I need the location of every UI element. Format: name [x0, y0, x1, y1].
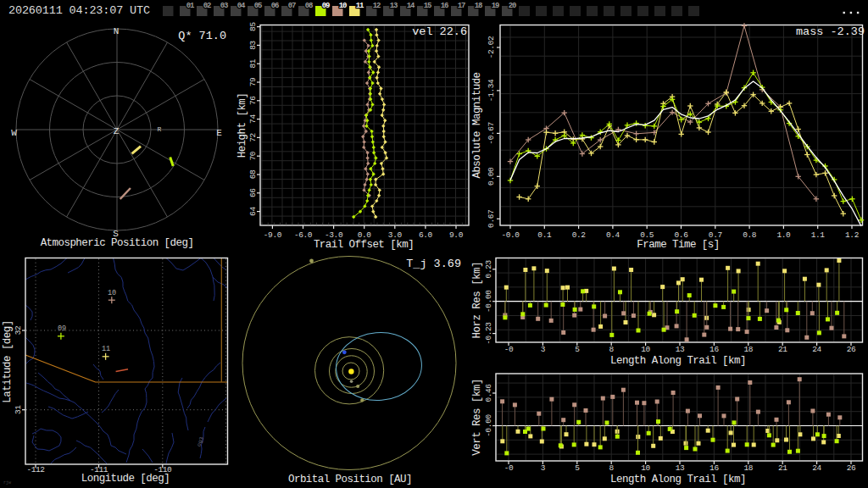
svg-text:15: 15: [424, 2, 431, 10]
svg-text:3: 3: [541, 463, 546, 473]
svg-text:10: 10: [339, 2, 347, 10]
svg-text:02: 02: [203, 2, 211, 10]
svg-text:21: 21: [778, 463, 787, 473]
svg-text:-1.34: -1.34: [487, 79, 496, 102]
svg-text:Absolute Magnitude: Absolute Magnitude: [471, 72, 483, 178]
svg-text:16: 16: [441, 2, 448, 10]
svg-text:13: 13: [676, 345, 685, 354]
svg-text:6.0: 6.0: [419, 230, 433, 240]
svg-text:Height [km]: Height [km]: [236, 93, 248, 158]
svg-text:Length Along Trail [km]: Length Along Trail [km]: [610, 355, 746, 367]
svg-text:20: 20: [509, 2, 516, 10]
svg-text:Vert Res [km]: Vert Res [km]: [471, 379, 483, 455]
svg-text:70: 70: [248, 151, 258, 160]
svg-text:32: 32: [14, 325, 23, 335]
svg-text:83: 83: [248, 40, 258, 49]
svg-text:16: 16: [709, 345, 719, 354]
svg-text:8: 8: [609, 463, 615, 473]
svg-text:-9.0: -9.0: [264, 230, 282, 240]
svg-text:72: 72: [248, 132, 258, 141]
svg-text:E: E: [216, 128, 222, 138]
svg-text:68: 68: [248, 169, 258, 179]
svg-text:Orbital Position [AU]: Orbital Position [AU]: [288, 474, 412, 485]
svg-text:09: 09: [58, 324, 66, 333]
svg-text:-0.67: -0.67: [487, 122, 496, 145]
svg-text:12: 12: [373, 2, 381, 10]
svg-text:Atmospheric Position [deg]: Atmospheric Position [deg]: [41, 237, 194, 249]
svg-text:Trail Offset [km]: Trail Offset [km]: [314, 239, 414, 251]
svg-text:mass -2.39: mass -2.39: [796, 25, 865, 38]
svg-text:66: 66: [248, 188, 258, 197]
svg-text:1.0: 1.0: [776, 230, 791, 240]
svg-text:11: 11: [102, 345, 110, 353]
svg-text:5: 5: [575, 345, 580, 354]
svg-text:5: 5: [575, 463, 580, 473]
svg-text:Length Along Trail [km]: Length Along Trail [km]: [610, 474, 746, 485]
svg-text:0.67: 0.67: [487, 210, 496, 228]
svg-text:76: 76: [248, 96, 258, 105]
svg-text:0.4: 0.4: [606, 230, 620, 240]
svg-text:-2.02: -2.02: [487, 36, 496, 58]
svg-text:-0: -0: [504, 345, 514, 354]
svg-text:10: 10: [641, 463, 650, 473]
svg-text:21: 21: [778, 345, 787, 354]
svg-text:W: W: [11, 128, 17, 138]
svg-text:8: 8: [609, 345, 615, 354]
svg-text:16: 16: [709, 463, 719, 473]
svg-text:-0.00: -0.00: [484, 290, 493, 313]
svg-text:26: 26: [847, 345, 856, 354]
svg-text:Frame Time [s]: Frame Time [s]: [637, 239, 719, 251]
svg-text:03: 03: [220, 2, 228, 10]
svg-text:Horz Res [km]: Horz Res [km]: [471, 262, 483, 338]
svg-text:vel 22.6: vel 22.6: [412, 25, 467, 38]
svg-text:0.8: 0.8: [743, 230, 757, 240]
svg-text:13: 13: [676, 463, 685, 473]
svg-text:31: 31: [14, 405, 23, 414]
svg-text:9.0: 9.0: [449, 230, 464, 240]
svg-text:Longitude [deg]: Longitude [deg]: [81, 473, 170, 485]
svg-text:18: 18: [743, 463, 753, 473]
svg-text:Z: Z: [114, 126, 120, 136]
svg-text:rjw: rjw: [3, 480, 11, 485]
svg-text:26: 26: [847, 463, 856, 473]
svg-text:17: 17: [458, 2, 465, 10]
svg-text:R: R: [158, 125, 162, 133]
svg-text:1.1: 1.1: [811, 230, 826, 240]
svg-text:10: 10: [108, 289, 116, 297]
svg-text:-0.00: -0.00: [484, 414, 493, 437]
svg-text:T_j 3.69: T_j 3.69: [406, 258, 461, 270]
svg-text:24: 24: [812, 345, 821, 354]
svg-text:18: 18: [475, 2, 482, 10]
svg-text:74: 74: [248, 114, 258, 124]
svg-text:18: 18: [743, 345, 753, 354]
svg-text:-0.0: -0.0: [501, 230, 520, 240]
svg-text:08: 08: [305, 2, 313, 10]
svg-text:0.23: 0.23: [484, 260, 493, 279]
svg-text:-6.0: -6.0: [294, 230, 313, 240]
svg-text:81: 81: [248, 58, 258, 68]
svg-text:79: 79: [248, 77, 258, 86]
svg-text:07: 07: [288, 2, 296, 10]
svg-text:0.00: 0.00: [487, 167, 496, 186]
svg-text:06: 06: [271, 2, 279, 10]
svg-text:0.2: 0.2: [572, 230, 587, 240]
svg-text:10: 10: [641, 345, 650, 354]
svg-text:Q* 71.0: Q* 71.0: [178, 30, 226, 42]
svg-text:20260111 04:23:07 UTC: 20260111 04:23:07 UTC: [8, 4, 150, 17]
svg-text:0.46: 0.46: [484, 384, 493, 402]
svg-text:09: 09: [322, 2, 330, 10]
svg-text:05: 05: [254, 2, 262, 10]
svg-text:19: 19: [492, 2, 499, 10]
svg-text:-0: -0: [504, 463, 514, 473]
svg-text:-0.23: -0.23: [484, 322, 493, 345]
svg-text:85: 85: [248, 22, 258, 31]
svg-text:N: N: [114, 26, 120, 36]
svg-text:3: 3: [541, 345, 546, 354]
svg-text:1.2: 1.2: [845, 230, 860, 240]
svg-text:0.1: 0.1: [537, 230, 552, 240]
svg-text:24: 24: [812, 463, 821, 473]
svg-text:Latitude [deg]: Latitude [deg]: [2, 320, 14, 402]
svg-text:64: 64: [248, 207, 258, 216]
svg-text:-112: -112: [26, 465, 45, 474]
svg-text:13: 13: [390, 2, 398, 10]
